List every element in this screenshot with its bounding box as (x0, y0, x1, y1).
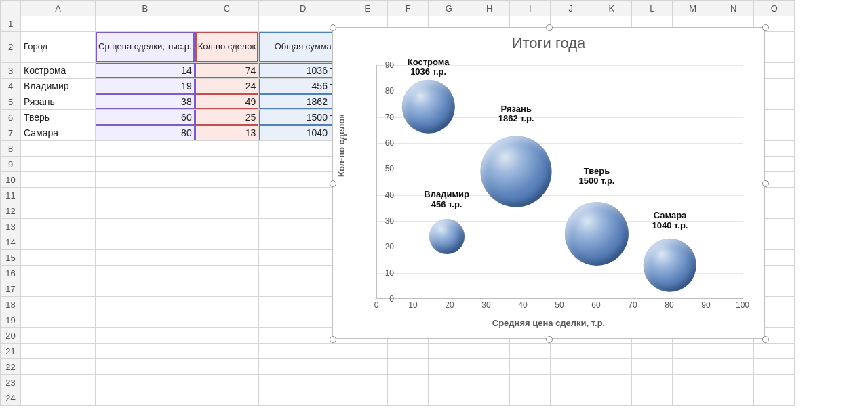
cell[interactable] (21, 328, 96, 344)
cell[interactable] (21, 266, 96, 281)
selection-handle[interactable] (330, 180, 336, 187)
row-header[interactable]: 4 (1, 79, 21, 94)
cell[interactable] (195, 390, 259, 406)
row-header[interactable]: 24 (1, 390, 21, 406)
cell[interactable] (673, 359, 713, 375)
cell[interactable] (96, 172, 195, 188)
cell[interactable] (195, 16, 259, 32)
cell[interactable] (754, 375, 795, 390)
column-header[interactable]: K (591, 1, 632, 16)
column-header[interactable]: E (347, 1, 388, 16)
cell[interactable] (388, 344, 429, 359)
cell[interactable] (469, 359, 510, 375)
cell[interactable] (21, 16, 96, 32)
selection-handle[interactable] (330, 336, 336, 343)
cell[interactable] (21, 375, 96, 390)
row-header[interactable]: 17 (1, 281, 21, 297)
selection-handle[interactable] (546, 336, 553, 343)
cell[interactable] (21, 390, 96, 406)
selection-handle[interactable] (330, 24, 336, 31)
cell[interactable]: 60 (96, 110, 195, 125)
cell[interactable] (259, 390, 347, 406)
cell[interactable] (195, 344, 259, 359)
embedded-chart[interactable]: Итоги года Кол-во сделок Средняя цена сд… (332, 27, 765, 339)
cell[interactable]: Город (21, 32, 96, 63)
cell[interactable] (21, 297, 96, 312)
cell[interactable] (591, 375, 632, 390)
cell[interactable] (195, 328, 259, 344)
row-header[interactable]: 22 (1, 359, 21, 375)
cell[interactable] (195, 234, 259, 250)
selection-handle[interactable] (762, 24, 769, 31)
row-header[interactable]: 6 (1, 110, 21, 125)
cell[interactable] (429, 344, 469, 359)
cell[interactable]: 19 (96, 79, 195, 94)
cell[interactable] (591, 359, 632, 375)
cell[interactable] (21, 157, 96, 172)
cell[interactable]: Кострома (21, 63, 96, 79)
row-header[interactable]: 5 (1, 94, 21, 110)
cell[interactable] (510, 390, 551, 406)
cell[interactable] (195, 141, 259, 157)
cell[interactable] (551, 375, 591, 390)
cell[interactable] (632, 390, 673, 406)
cell[interactable] (96, 16, 195, 32)
cell[interactable] (713, 375, 754, 390)
cell[interactable]: 49 (195, 94, 259, 110)
cell[interactable] (673, 375, 713, 390)
column-header[interactable]: A (21, 1, 96, 16)
cell[interactable] (96, 344, 195, 359)
cell[interactable] (195, 203, 259, 219)
column-header[interactable]: M (673, 1, 713, 16)
cell[interactable] (21, 250, 96, 266)
row-header[interactable]: 16 (1, 266, 21, 281)
cell[interactable] (21, 141, 96, 157)
cell[interactable] (429, 375, 469, 390)
cell[interactable] (21, 188, 96, 203)
cell[interactable] (551, 390, 591, 406)
cell[interactable] (347, 344, 388, 359)
cell[interactable] (510, 359, 551, 375)
cell[interactable] (469, 344, 510, 359)
cell[interactable] (632, 359, 673, 375)
cell[interactable] (347, 375, 388, 390)
row-header[interactable]: 21 (1, 344, 21, 359)
row-header[interactable]: 23 (1, 375, 21, 390)
cell[interactable]: 80 (96, 125, 195, 141)
column-header[interactable]: F (388, 1, 429, 16)
cell[interactable] (195, 359, 259, 375)
row-header[interactable]: 1 (1, 16, 21, 32)
cell[interactable] (96, 297, 195, 312)
selection-handle[interactable] (762, 180, 769, 187)
cell[interactable]: Самара (21, 125, 96, 141)
cell[interactable] (632, 375, 673, 390)
row-header[interactable]: 10 (1, 172, 21, 188)
column-header[interactable]: L (632, 1, 673, 16)
column-header[interactable]: N (713, 1, 754, 16)
cell[interactable] (21, 359, 96, 375)
row-header[interactable]: 12 (1, 203, 21, 219)
cell[interactable] (347, 390, 388, 406)
cell[interactable] (96, 328, 195, 344)
cell[interactable] (713, 390, 754, 406)
row-header[interactable]: 11 (1, 188, 21, 203)
cell[interactable] (388, 390, 429, 406)
cell[interactable] (551, 359, 591, 375)
cell[interactable] (469, 390, 510, 406)
row-header[interactable]: 7 (1, 125, 21, 141)
cell[interactable] (673, 390, 713, 406)
cell[interactable] (713, 344, 754, 359)
cell[interactable] (259, 344, 347, 359)
cell[interactable] (21, 172, 96, 188)
cell[interactable] (388, 359, 429, 375)
cell[interactable] (21, 312, 96, 328)
cell[interactable] (21, 344, 96, 359)
cell[interactable]: 14 (96, 63, 195, 79)
cell[interactable] (754, 390, 795, 406)
cell[interactable] (632, 344, 673, 359)
cell[interactable] (510, 344, 551, 359)
cell[interactable] (429, 359, 469, 375)
selection-handle[interactable] (762, 336, 769, 343)
row-header[interactable]: 20 (1, 328, 21, 344)
cell[interactable]: Рязань (21, 94, 96, 110)
